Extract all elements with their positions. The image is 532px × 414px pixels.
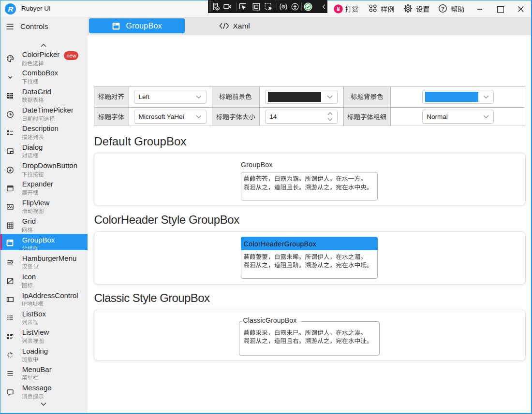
svg-text:R: R (8, 4, 14, 13)
svg-text:?: ? (441, 6, 444, 12)
svg-text:¥: ¥ (337, 6, 340, 13)
